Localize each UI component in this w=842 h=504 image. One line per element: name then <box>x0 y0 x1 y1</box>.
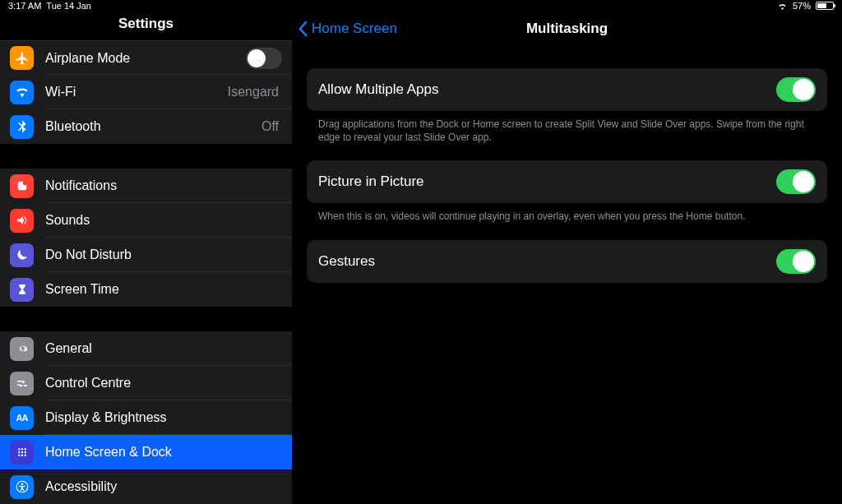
setting-label: Allow Multiple Apps <box>318 81 438 98</box>
setting-gestures[interactable]: Gestures <box>307 240 827 283</box>
wifi-icon <box>777 2 788 10</box>
moon-icon <box>10 243 34 267</box>
detail-pane: Home Screen Multitasking Allow Multiple … <box>292 11 842 504</box>
sidebar-title: Settings <box>0 11 292 40</box>
sidebar-item-label: Control Centre <box>45 376 282 391</box>
settings-sidebar: Settings Airplane Mode Wi-Fi Isengard Bl… <box>0 11 292 504</box>
svg-point-5 <box>18 451 20 453</box>
sidebar-item-accessibility[interactable]: Accessibility <box>0 469 292 504</box>
svg-point-4 <box>24 448 25 450</box>
sidebar-item-sounds[interactable]: Sounds <box>0 203 292 238</box>
setting-label: Picture in Picture <box>318 173 424 190</box>
grid-icon <box>10 441 34 465</box>
sidebar-item-label: Airplane Mode <box>45 51 246 66</box>
sidebar-item-bluetooth[interactable]: Bluetooth Off <box>0 109 292 144</box>
bluetooth-icon <box>10 115 34 139</box>
sidebar-item-screentime[interactable]: Screen Time <box>0 272 292 307</box>
status-date: Tue 14 Jan <box>46 1 91 11</box>
nav-bar: Home Screen Multitasking <box>292 11 842 47</box>
sliders-icon <box>10 372 34 395</box>
battery-icon <box>816 2 834 10</box>
back-button[interactable]: Home Screen <box>292 21 397 37</box>
status-bar: 3:17 AM Tue 14 Jan 57% <box>0 0 842 11</box>
setting-allow-multiple-apps[interactable]: Allow Multiple Apps <box>307 68 827 111</box>
toggle-allow-multiple-apps[interactable] <box>776 77 816 102</box>
svg-point-9 <box>21 455 22 456</box>
sidebar-item-airplane[interactable]: Airplane Mode <box>0 40 292 75</box>
sidebar-item-home-dock[interactable]: Home Screen & Dock <box>0 435 292 469</box>
sidebar-item-notifications[interactable]: Notifications <box>0 169 292 203</box>
svg-point-2 <box>18 448 20 450</box>
sidebar-item-label: Display & Brightness <box>45 410 282 425</box>
svg-point-1 <box>22 180 27 185</box>
airplane-icon <box>10 46 34 70</box>
airplane-toggle[interactable] <box>246 48 282 69</box>
svg-point-8 <box>18 455 20 456</box>
sidebar-item-label: Home Screen & Dock <box>45 445 282 460</box>
back-label: Home Screen <box>312 21 397 37</box>
sidebar-item-label: Bluetooth <box>45 119 261 134</box>
chevron-left-icon <box>298 21 308 37</box>
wifi-icon <box>10 81 34 104</box>
toggle-gestures[interactable] <box>776 249 816 274</box>
sounds-icon <box>10 209 34 233</box>
sidebar-item-label: Wi-Fi <box>45 85 228 99</box>
setting-footer: Drag applications from the Dock or Home … <box>307 111 827 160</box>
setting-label: Gestures <box>318 253 375 270</box>
sidebar-item-label: Sounds <box>45 213 282 228</box>
status-time: 3:17 AM <box>8 1 41 11</box>
sidebar-item-control-centre[interactable]: Control Centre <box>0 366 292 400</box>
accessibility-icon <box>10 475 34 499</box>
sidebar-item-display[interactable]: AA Display & Brightness <box>0 400 292 435</box>
sidebar-item-label: Notifications <box>45 178 282 193</box>
bluetooth-value: Off <box>261 119 279 134</box>
sidebar-item-label: Screen Time <box>45 282 282 297</box>
notifications-icon <box>10 174 34 198</box>
toggle-picture-in-picture[interactable] <box>776 169 816 194</box>
svg-point-10 <box>24 455 25 456</box>
setting-picture-in-picture[interactable]: Picture in Picture <box>307 160 827 203</box>
hourglass-icon <box>10 278 34 302</box>
svg-point-7 <box>24 451 25 453</box>
svg-point-6 <box>21 451 22 453</box>
text-size-icon: AA <box>10 406 34 430</box>
sidebar-item-label: Do Not Disturb <box>45 247 282 262</box>
svg-point-3 <box>21 448 22 450</box>
sidebar-item-dnd[interactable]: Do Not Disturb <box>0 238 292 272</box>
gear-icon <box>10 337 34 361</box>
battery-pct: 57% <box>793 1 811 11</box>
sidebar-item-label: General <box>45 341 282 356</box>
sidebar-item-general[interactable]: General <box>0 331 292 366</box>
svg-point-12 <box>21 483 22 484</box>
sidebar-item-wifi[interactable]: Wi-Fi Isengard <box>0 75 292 109</box>
sidebar-item-label: Accessibility <box>45 479 282 494</box>
wifi-value: Isengard <box>228 85 279 99</box>
setting-footer: When this is on, videos will continue pl… <box>307 203 827 239</box>
